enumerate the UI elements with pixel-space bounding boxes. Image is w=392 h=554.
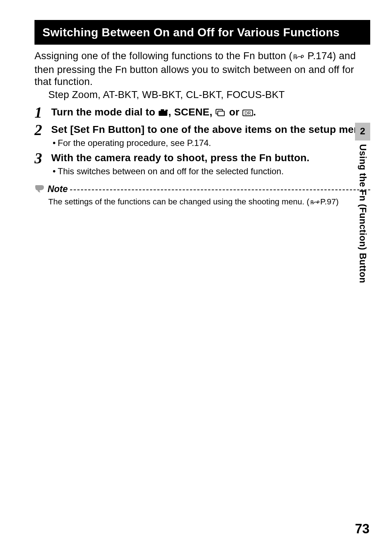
intro-paragraph: Assigning one of the following functions… xyxy=(34,50,370,101)
note-body: The settings of the functions can be cha… xyxy=(34,196,370,208)
svg-rect-3 xyxy=(166,110,168,111)
step-3: 3 With the camera ready to shoot, press … xyxy=(34,151,370,177)
note-dash-line xyxy=(70,190,370,190)
note-icon xyxy=(34,184,45,194)
reference-icon xyxy=(310,198,319,208)
side-tab: 2 Using the Fn (Function) Button xyxy=(355,123,370,283)
step-3-bullet: •This switches between on and off for th… xyxy=(51,166,370,177)
svg-point-8 xyxy=(317,201,319,203)
reference-icon xyxy=(293,51,304,64)
intro-sub-list: Step Zoom, AT-BKT, WB-BKT, CL-BKT, FOCUS… xyxy=(34,89,370,101)
section-title: Switching Between On and Off for Various… xyxy=(34,20,370,45)
step-number-3: 3 xyxy=(34,151,50,166)
page-number: 73 xyxy=(355,521,369,537)
step-number-2: 2 xyxy=(34,122,50,138)
step-1-text-or: or xyxy=(226,106,242,118)
step-2-bullet-text: For the operating procedure, see P.174. xyxy=(58,138,211,148)
continuous-icon xyxy=(215,107,226,119)
step-2-title: Set [Set Fn Button] to one of the above … xyxy=(51,123,370,136)
note-header: Note xyxy=(34,184,370,194)
step-1-text-end: . xyxy=(253,106,256,118)
step-number-1: 1 xyxy=(34,105,50,120)
svg-point-0 xyxy=(301,55,303,57)
step-3-bullet-text: This switches between on and off for the… xyxy=(58,166,284,176)
svg-rect-5 xyxy=(218,111,224,116)
step-3-title: With the camera ready to shoot, press th… xyxy=(51,151,370,164)
svg-text:DR: DR xyxy=(244,111,251,116)
intro-text-1: Assigning one of the following functions… xyxy=(34,50,292,61)
note-text-post: P.97) xyxy=(320,197,339,206)
chapter-number-tab: 2 xyxy=(355,123,370,140)
note-label: Note xyxy=(48,184,68,194)
svg-rect-2 xyxy=(161,109,164,111)
step-1-title: Turn the mode dial to , SCENE, or DR. xyxy=(51,106,370,119)
note-text-pre: The settings of the functions can be cha… xyxy=(48,197,309,206)
step-1: 1 Turn the mode dial to , SCENE, or DR. xyxy=(34,105,370,120)
dr-mode-icon: DR xyxy=(242,107,253,119)
step-1-text-mid: , SCENE, xyxy=(168,106,215,118)
step-2: 2 Set [Set Fn Button] to one of the abov… xyxy=(34,122,370,148)
step-1-text-pre: Turn the mode dial to xyxy=(51,106,158,118)
chapter-label-vertical: Using the Fn (Function) Button xyxy=(358,144,368,283)
step-2-bullet: •For the operating procedure, see P.174. xyxy=(51,137,370,148)
svg-rect-1 xyxy=(159,111,167,116)
camera-icon xyxy=(158,107,168,119)
